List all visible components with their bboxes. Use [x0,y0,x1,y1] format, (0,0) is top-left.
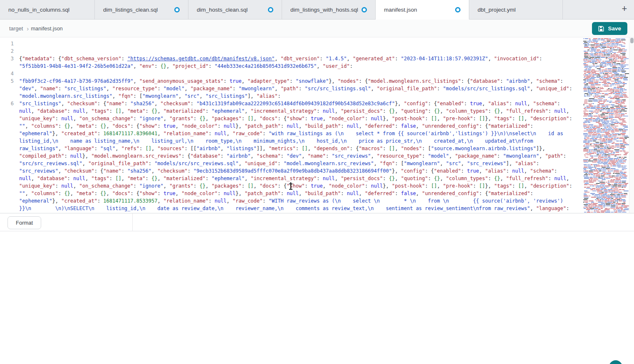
tab-bar-filler: + [563,0,634,20]
line-number: 2 [0,47,19,55]
line-content: {"metadata": {"dbt_schema_version": "htt… [19,55,575,70]
unsaved-indicator-icon[interactable] [268,7,273,12]
tab-label: manifest.json [384,7,417,13]
tab-manifest.json[interactable]: manifest.json [376,0,469,20]
line-content [19,47,575,55]
tab-bar: no_nulls_in_columns.sqldim_listings_clea… [0,0,634,20]
tab-label: no_nulls_in_columns.sql [8,7,69,13]
new-tab-button[interactable]: + [619,4,630,15]
results-panel [0,231,634,364]
ide-window: no_nulls_in_columns.sqldim_listings_clea… [0,0,634,364]
code-line[interactable]: 2 [0,47,582,55]
code-line[interactable]: 6"src_listings", "checksum": {"name": "s… [0,100,582,213]
open-file-tabs: no_nulls_in_columns.sqldim_listings_clea… [0,0,563,20]
line-content [19,70,575,77]
line-content: "fbb9f3c2-cf96-4a17-b736-976a62d35ff9", … [19,77,575,100]
line-number: 4 [0,70,19,77]
floppy-disk-icon [598,26,604,32]
save-button[interactable]: Save [592,22,627,35]
line-number: 3 [0,55,19,70]
line-number: 1 [0,40,19,47]
tab-no_nulls_in_columns.sql[interactable]: no_nulls_in_columns.sql [0,0,95,20]
tab-label: dim_hosts_clean.sql [197,7,248,13]
unsaved-indicator-icon[interactable] [174,7,180,12]
ibeam-cursor [289,183,293,190]
format-button[interactable]: Format [7,216,41,229]
tab-dim_listings_with_hosts.sql[interactable]: dim_listings_with_hosts.sql [282,0,376,20]
code-line[interactable]: 1 [0,40,582,47]
tab-label: dim_listings_clean.sql [103,7,158,13]
tab-label: dim_listings_with_hosts.sql [290,7,358,13]
code-line[interactable]: 4 [0,70,582,77]
unsaved-indicator-icon[interactable] [362,7,367,12]
tab-dbt_project.yml[interactable]: dbt_project.yml [469,0,563,20]
vertical-scrollbar[interactable] [629,37,634,213]
line-content [19,40,575,47]
unsaved-indicator-icon[interactable] [455,7,461,12]
panel-divider [132,213,133,231]
save-button-label: Save [608,25,621,32]
tab-label: dbt_project.yml [478,7,516,13]
scrollbar-thumb[interactable] [630,38,634,43]
line-content: "src_listings", "checksum": {"name": "sh… [19,100,575,213]
code-line[interactable]: 5"fbb9f3c2-cf96-4a17-b736-976a62d35ff9",… [0,77,582,100]
bottom-toolbar: Format [0,213,634,231]
breadcrumb-folder[interactable]: target [9,25,23,32]
tab-dim_hosts_clean.sql[interactable]: dim_hosts_clean.sql [188,0,282,20]
minimap[interactable] [582,37,629,213]
line-number: 5 [0,77,19,100]
breadcrumb-bar: target › manifest.json Save [0,20,634,37]
tab-dim_listings_clean.sql[interactable]: dim_listings_clean.sql [95,0,188,20]
breadcrumb-file: manifest.json [31,25,63,32]
code-line[interactable]: 3{"metadata": {"dbt_schema_version": "ht… [0,55,582,70]
breadcrumb-chevron-icon: › [27,25,29,32]
line-number: 6 [0,100,19,213]
